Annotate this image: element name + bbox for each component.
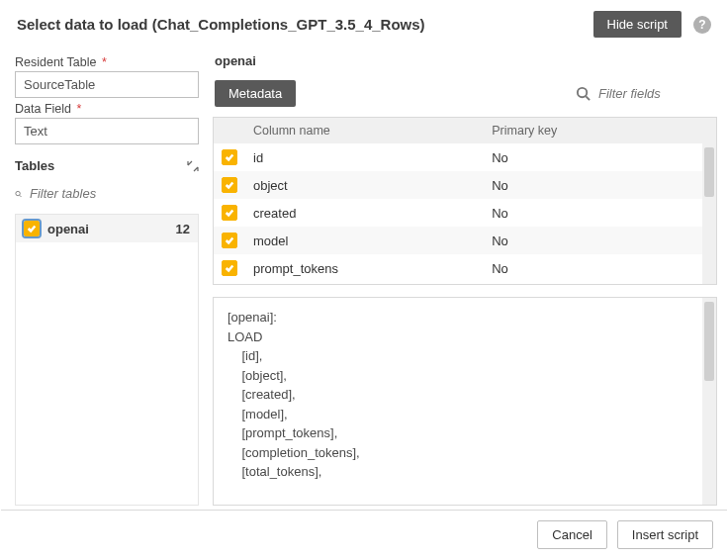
tables-title: Tables [15,158,187,173]
column-name: model [245,228,484,254]
column-name: prompt_tokens [245,255,484,282]
column-pk: No [484,200,702,227]
table-row[interactable]: openai 12 [16,215,198,242]
resident-table-input[interactable] [15,71,199,98]
dialog-header: Select data to load (Chat_Completions_GP… [1,1,727,47]
table-count: 12 [176,222,190,236]
tables-list: openai 12 [15,214,199,506]
columns-header: Column name Primary key [214,118,702,143]
data-field-label: Data Field * [15,102,199,116]
column-row[interactable]: created No [214,199,702,227]
column-pk: No [484,228,702,254]
resident-table-label: Resident Table * [15,55,199,69]
columns-body: id No object No created No model No prom… [214,143,702,284]
right-toolbar: Metadata [213,78,717,117]
column-checkbox[interactable] [222,149,237,165]
data-field-input[interactable] [15,118,199,144]
dialog-footer: Cancel Insert script [1,510,727,559]
column-name: created [245,200,484,227]
column-pk: No [484,172,702,199]
column-checkbox[interactable] [222,205,237,221]
column-checkbox[interactable] [222,260,237,276]
svg-line-1 [20,195,22,197]
column-row[interactable]: model No [214,227,702,254]
script-scrollbar[interactable] [702,298,716,505]
column-row[interactable]: object No [214,171,702,199]
script-preview: [openai]: LOAD [id], [object], [created]… [213,297,717,506]
help-icon[interactable]: ? [693,16,711,34]
dialog-title: Select data to load (Chat_Completions_GP… [17,16,593,33]
column-row[interactable]: prompt_tokens No [214,254,702,282]
right-panel: openai Metadata Column name Primary key [205,47,721,510]
col-header-pk: Primary key [484,118,702,143]
column-pk: No [484,255,702,282]
required-mark: * [73,102,81,116]
column-name: id [245,144,484,171]
table-checkbox[interactable] [24,221,40,236]
svg-point-2 [578,88,587,97]
col-header-name: Column name [245,118,484,143]
required-mark: * [98,55,106,69]
search-icon [576,86,591,101]
columns-scrollbar[interactable] [702,143,716,284]
left-panel: Resident Table * Data Field * Tables [11,47,205,510]
insert-script-button[interactable]: Insert script [617,520,713,549]
search-icon [15,186,22,202]
column-pk: No [484,144,702,171]
column-checkbox[interactable] [222,177,237,193]
column-checkbox[interactable] [222,233,237,248]
select-data-dialog: Select data to load (Chat_Completions_GP… [0,0,728,560]
cancel-button[interactable]: Cancel [537,520,606,549]
selected-table-title: openai [213,51,717,78]
svg-line-3 [586,96,590,100]
column-row[interactable]: id No [214,143,702,171]
scrollbar-thumb[interactable] [704,147,714,197]
filter-tables-input[interactable] [28,185,199,202]
columns-table: Column name Primary key id No object No … [213,117,717,285]
dialog-body: Resident Table * Data Field * Tables [1,47,727,510]
expand-icon[interactable] [187,160,199,172]
scrollbar-thumb[interactable] [704,302,714,381]
script-content[interactable]: [openai]: LOAD [id], [object], [created]… [214,298,702,505]
table-name: openai [47,222,176,236]
hide-script-button[interactable]: Hide script [593,11,682,38]
filter-fields-row [296,85,715,102]
metadata-button[interactable]: Metadata [215,80,296,107]
tables-section-header: Tables [15,158,199,173]
column-name: object [245,172,484,199]
filter-fields-input[interactable] [596,85,715,102]
filter-tables-row [15,183,199,204]
svg-point-0 [16,191,20,195]
